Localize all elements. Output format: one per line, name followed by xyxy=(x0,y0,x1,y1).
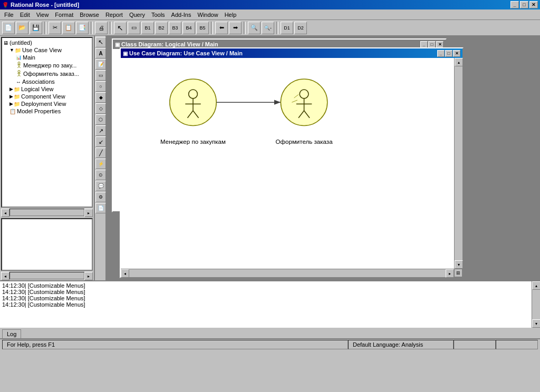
tree-component-view[interactable]: ▶ 📁 Component View xyxy=(3,93,91,100)
menu-help[interactable]: Help xyxy=(221,11,240,19)
tb-browse4[interactable]: B4 xyxy=(182,22,195,34)
hscroll-track[interactable] xyxy=(129,269,446,277)
tree-officer[interactable]: Оформитель заказ... xyxy=(3,70,91,78)
tb-sep3 xyxy=(110,22,112,34)
tree-scroll-right[interactable]: ▸ xyxy=(84,209,93,217)
tree-scroll-track[interactable] xyxy=(9,209,84,216)
lt-gear[interactable]: ⚙ xyxy=(95,192,106,202)
tb-select[interactable]: ↖ xyxy=(114,22,127,34)
lt-note[interactable]: 📝 xyxy=(95,59,106,70)
vscroll-down[interactable]: ▾ xyxy=(455,260,463,269)
tb-browse2[interactable]: B2 xyxy=(155,22,168,34)
tb-forward[interactable]: ➡ xyxy=(229,22,242,34)
log-entry-2: 14:12:30| [Customizable Menus] xyxy=(2,295,529,301)
tb-paste[interactable]: 📑 xyxy=(76,22,89,34)
use-case-minimize-button[interactable]: _ xyxy=(437,50,445,57)
tree-manager[interactable]: Менеджер по заку... xyxy=(3,61,91,70)
tree-root[interactable]: 🖥 (untitled) xyxy=(3,39,91,46)
actor2-group xyxy=(281,79,327,125)
lt-diamond2[interactable]: ◇ xyxy=(95,103,106,114)
tb-shape1[interactable]: ▭ xyxy=(128,22,140,34)
vscroll-track[interactable] xyxy=(455,66,462,260)
tree-hscrollbar[interactable]: ◂ ▸ xyxy=(1,209,93,216)
log-entry-0: 14:12:30| [Customizable Menus] xyxy=(2,282,529,289)
use-case-maximize-button[interactable]: □ xyxy=(445,50,452,57)
lt-box[interactable]: ▭ xyxy=(95,70,106,81)
tb-cut[interactable]: ✂ xyxy=(49,22,61,34)
preview-scroll-right[interactable]: ▸ xyxy=(84,272,93,280)
class-maximize-button[interactable]: □ xyxy=(428,41,436,48)
menu-edit[interactable]: Edit xyxy=(17,11,33,19)
tb-browse3[interactable]: B3 xyxy=(169,22,181,34)
title-bar: 🌹 Rational Rose - [untitled] _ □ ✕ xyxy=(0,0,540,9)
lt-bubble[interactable]: 💬 xyxy=(95,181,106,191)
use-case-container: Менеджер по закупкам xyxy=(121,58,462,277)
menu-report[interactable]: Report xyxy=(102,11,126,19)
menu-format[interactable]: Format xyxy=(52,11,76,19)
lt-diamond[interactable]: ◆ xyxy=(95,92,106,103)
tb-zoom-in[interactable]: 🔍 xyxy=(248,22,261,34)
minimize-button[interactable]: _ xyxy=(510,1,519,8)
tb-new[interactable]: 📄 xyxy=(2,22,15,34)
lt-note2[interactable]: 📄 xyxy=(95,203,106,213)
menu-addins[interactable]: Add-Ins xyxy=(168,11,195,19)
menu-file[interactable]: File xyxy=(1,11,17,19)
close-button[interactable]: ✕ xyxy=(529,1,538,8)
component-folder-icon: 📁 xyxy=(14,94,20,100)
log-scroll-down[interactable]: ▾ xyxy=(532,319,540,328)
use-case-close-button[interactable]: ✕ xyxy=(453,50,460,57)
lt-circle2[interactable]: ⊙ xyxy=(95,170,106,180)
lt-arrow2[interactable]: ↙ xyxy=(95,136,106,147)
tb-copy[interactable]: 📋 xyxy=(62,22,75,34)
use-case-hscrollbar[interactable]: ◂ ▸ xyxy=(121,269,454,277)
tb-browse1[interactable]: B1 xyxy=(141,22,154,34)
class-close-button[interactable]: ✕ xyxy=(436,41,443,48)
tree-use-case-view[interactable]: ▼ 📁 Use Case View xyxy=(3,46,91,54)
lt-circle1[interactable]: ○ xyxy=(95,81,106,92)
svg-line-8 xyxy=(18,75,20,76)
menu-tools[interactable]: Tools xyxy=(148,11,168,19)
use-case-vscrollbar[interactable]: ▴ ▾ xyxy=(454,58,462,269)
tb-print[interactable]: 🖨 xyxy=(95,22,108,34)
tb-back[interactable]: ⬅ xyxy=(215,22,228,34)
menu-query[interactable]: Query xyxy=(126,11,148,19)
log-scroll-track[interactable] xyxy=(532,290,540,319)
tree-logical-view[interactable]: ▶ 📁 Logical View xyxy=(3,85,91,93)
hscroll-left[interactable]: ◂ xyxy=(121,269,129,278)
tree-model-props[interactable]: 📋 Model Properties xyxy=(3,107,91,115)
log-scroll-up[interactable]: ▴ xyxy=(532,281,540,290)
deployment-folder-icon: 📁 xyxy=(14,101,20,107)
preview-hscrollbar[interactable]: ◂ ▸ xyxy=(1,272,93,279)
model-props-icon: 📋 xyxy=(9,109,16,114)
tb-docs2[interactable]: D2 xyxy=(294,22,307,34)
vscroll-up[interactable]: ▴ xyxy=(455,58,463,66)
preview-scroll-left[interactable]: ◂ xyxy=(1,272,9,280)
tb-docs1[interactable]: D1 xyxy=(281,22,293,34)
log-vscrollbar[interactable]: ▴ ▾ xyxy=(532,281,540,328)
menu-browse[interactable]: Browse xyxy=(76,11,102,19)
maximize-button[interactable]: □ xyxy=(520,1,528,8)
tb-open[interactable]: 📂 xyxy=(16,22,28,34)
class-minimize-button[interactable]: _ xyxy=(420,41,428,48)
lt-select[interactable]: ↖ xyxy=(95,37,106,47)
class-diagram-title: Class Diagram: Logical View / Main xyxy=(121,41,218,47)
menu-view[interactable]: View xyxy=(33,11,52,19)
lt-hex[interactable]: ⬡ xyxy=(95,114,106,125)
lt-text[interactable]: A xyxy=(95,48,106,58)
tree-associations[interactable]: ↔ Associations xyxy=(3,78,91,85)
tb-browse5[interactable]: B5 xyxy=(196,22,209,34)
hscroll-right[interactable]: ▸ xyxy=(446,269,454,278)
tree-deployment-view[interactable]: ▶ 📁 Deployment View xyxy=(3,100,91,107)
tb-zoom-out[interactable]: 🔍- xyxy=(262,22,274,34)
tb-save[interactable]: 💾 xyxy=(30,22,42,34)
use-case-diagram-window[interactable]: ▣ Use Case Diagram: Use Case View / Main… xyxy=(120,47,464,278)
lt-lightning[interactable]: ⚡ xyxy=(95,159,106,169)
lt-arrow1[interactable]: ↗ xyxy=(95,125,106,136)
log-tab[interactable]: Log xyxy=(2,329,21,338)
preview-scroll-track[interactable] xyxy=(9,272,84,279)
tree-main[interactable]: 📊 Main xyxy=(3,54,91,61)
lt-line[interactable]: ╱ xyxy=(95,148,106,158)
tree-scroll-left[interactable]: ◂ xyxy=(1,209,9,217)
menu-window[interactable]: Window xyxy=(195,11,221,19)
tree-view[interactable]: 🖥 (untitled) ▼ 📁 Use Case View 📊 Main xyxy=(1,37,93,208)
